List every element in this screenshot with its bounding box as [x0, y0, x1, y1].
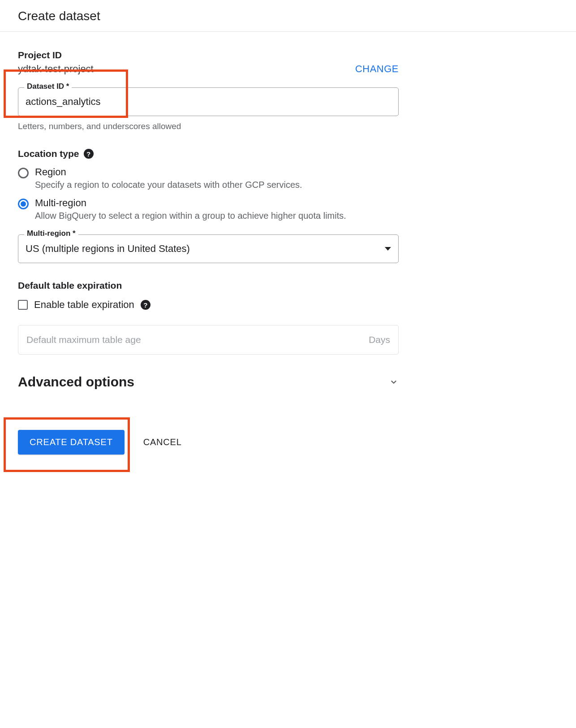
radio-region-desc: Specify a region to colocate your datase…	[35, 180, 302, 190]
project-id-label: Project ID	[18, 50, 94, 61]
radio-region[interactable]	[18, 168, 29, 178]
chevron-down-icon	[389, 377, 399, 387]
max-table-age-unit: Days	[369, 334, 390, 345]
multi-region-select[interactable]: US (multiple regions in United States)	[18, 234, 399, 263]
project-id-value: ydtak-test-project	[18, 63, 94, 75]
help-icon[interactable]: ?	[84, 149, 94, 159]
multi-region-label: Multi-region *	[24, 229, 78, 238]
radio-multi-region-label: Multi-region	[35, 197, 346, 209]
table-expiration-header: Default table expiration	[18, 280, 122, 291]
dataset-id-field-wrapper: Dataset ID *	[18, 87, 399, 116]
radio-multi-region-desc: Allow BigQuery to select a region within…	[35, 211, 346, 221]
max-table-age-placeholder: Default maximum table age	[26, 334, 141, 345]
multi-region-value: US (multiple regions in United States)	[26, 243, 190, 255]
page-title: Create dataset	[0, 0, 576, 31]
location-type-header: Location type	[18, 148, 79, 159]
cancel-button[interactable]: CANCEL	[141, 437, 185, 448]
advanced-options-toggle[interactable]: Advanced options	[18, 374, 399, 390]
dropdown-caret-icon	[385, 247, 391, 251]
change-project-button[interactable]: CHANGE	[355, 63, 399, 75]
enable-table-expiration-label: Enable table expiration	[34, 299, 134, 311]
radio-multi-region[interactable]	[18, 199, 29, 209]
max-table-age-field: Default maximum table age Days	[18, 325, 399, 355]
dataset-id-input[interactable]	[18, 87, 399, 116]
advanced-options-label: Advanced options	[18, 374, 134, 390]
dataset-id-helper: Letters, numbers, and underscores allowe…	[18, 121, 399, 131]
create-dataset-button[interactable]: CREATE DATASET	[18, 430, 125, 455]
radio-region-label: Region	[35, 166, 302, 178]
dataset-id-label: Dataset ID *	[24, 82, 72, 91]
help-icon[interactable]: ?	[141, 300, 150, 310]
enable-table-expiration-checkbox[interactable]	[18, 300, 28, 310]
